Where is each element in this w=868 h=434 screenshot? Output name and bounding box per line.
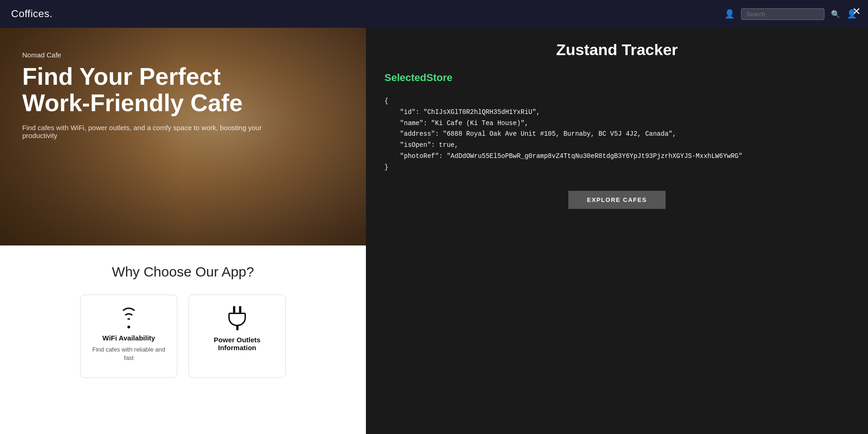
feature-power-name: Power OutletsInformation	[214, 336, 261, 352]
feature-wifi-name: WiFi Availability	[102, 334, 155, 342]
hero-tagline: Nomad Cafe	[22, 51, 263, 59]
power-outlet-icon	[227, 306, 247, 330]
logo[interactable]: Coffices.	[11, 8, 53, 20]
tracker-content: Zustand Tracker SelectedStore { "id": "C…	[366, 28, 868, 222]
features-grid: WiFi Availability Find cafes with reliab…	[0, 295, 366, 378]
features-section-title: Why Choose Our App?	[0, 264, 366, 280]
tracker-title: Zustand Tracker	[384, 41, 849, 59]
search-input[interactable]	[741, 8, 824, 20]
zustand-tracker-panel: ✕ 👤 🔍 👤 Zustand Tracker SelectedStore { …	[366, 0, 868, 434]
hero-subtitle: Find cafes with WiFi, power outlets, and…	[22, 124, 263, 139]
selected-store-label: SelectedStore	[384, 72, 849, 84]
feature-card-power: Power OutletsInformation	[189, 295, 286, 378]
close-button[interactable]: ✕	[852, 6, 861, 18]
feature-wifi-desc: Find cafes with reliable and fast	[88, 346, 170, 362]
features-section: Why Choose Our App? WiFi Availability Fi…	[0, 245, 366, 434]
main-header: Coffices.	[0, 0, 366, 28]
header-icons: 👤 🔍 👤	[724, 8, 857, 20]
tracker-header: 👤 🔍 👤	[366, 0, 868, 28]
user-icon: 👤	[724, 9, 735, 19]
feature-card-wifi: WiFi Availability Find cafes with reliab…	[80, 295, 177, 378]
hero-title: Find Your Perfect Work-Friendly Cafe	[22, 63, 263, 116]
search-icon[interactable]: 🔍	[831, 10, 840, 19]
explore-cafes-button[interactable]: EXPLORE CAFES	[568, 191, 665, 209]
wifi-icon	[116, 306, 142, 328]
hero-content: Nomad Cafe Find Your Perfect Work-Friend…	[22, 51, 263, 139]
hero-section: Nomad Cafe Find Your Perfect Work-Friend…	[0, 0, 366, 245]
json-display: { "id": "ChIJsXGlT0R2hlQRH35dH1YxRiU", "…	[384, 91, 849, 178]
